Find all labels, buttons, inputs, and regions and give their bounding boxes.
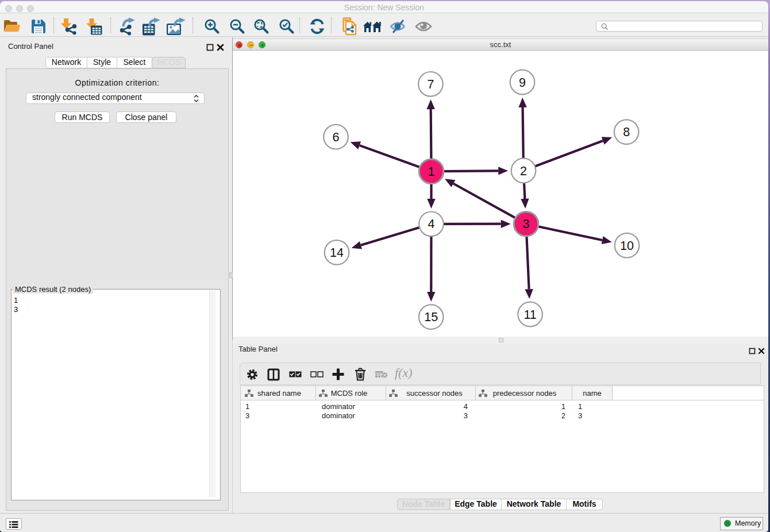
svg-text:9: 9 <box>519 76 526 90</box>
svg-text:4: 4 <box>428 217 435 231</box>
svg-text:8: 8 <box>623 125 630 139</box>
svg-text:10: 10 <box>620 239 634 253</box>
svg-text:11: 11 <box>523 308 536 322</box>
svg-text:1: 1 <box>428 165 435 179</box>
svg-text:7: 7 <box>427 78 434 91</box>
svg-text:3: 3 <box>523 217 530 231</box>
svg-text:14: 14 <box>330 246 344 260</box>
svg-text:6: 6 <box>333 130 340 144</box>
svg-text:2: 2 <box>520 164 527 178</box>
svg-text:15: 15 <box>424 310 438 324</box>
